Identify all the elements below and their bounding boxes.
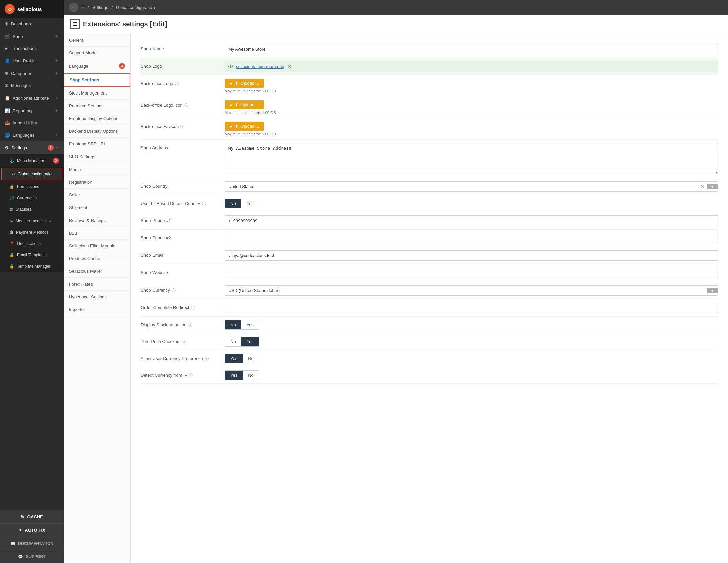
nav-b2b[interactable]: B2B (64, 227, 130, 240)
sidebar-label-messages: Messages (11, 83, 31, 88)
sidebar-label-categories: Categories (11, 71, 32, 76)
currency-caret-icon[interactable]: ▼ (707, 288, 718, 293)
shop-email-input[interactable] (225, 250, 718, 261)
sidebar-item-import-utility[interactable]: 📥 Import Utility (0, 117, 64, 129)
sidebar-label-reporting: Reporting (13, 108, 32, 113)
sidebar-item-settings[interactable]: ⚙ Settings 1 － (0, 141, 64, 154)
languages-icon: 🌐 (5, 133, 10, 138)
allow-currency-yes-button[interactable]: Yes (225, 354, 243, 363)
shop-website-input[interactable] (225, 268, 718, 278)
shop-phone2-input[interactable] (225, 233, 718, 243)
country-caret-icon[interactable]: ▼ (707, 184, 718, 189)
breadcrumb-settings[interactable]: Settings (92, 5, 108, 10)
sidebar-item-payment-methods[interactable]: 🏛 Payment Methods (0, 227, 64, 238)
back-office-logo-upload-button[interactable]: ★ ⬆ Upload ... (225, 79, 264, 88)
detect-currency-label: Detect Currency from IP ⓘ (141, 370, 218, 378)
allow-currency-no-button[interactable]: No (243, 354, 259, 363)
support-label: SUPPORT (26, 554, 45, 559)
nav-general[interactable]: General (64, 34, 130, 47)
display-stock-label: Display Stock on button ⓘ (141, 320, 218, 328)
display-stock-no-button[interactable]: No (225, 320, 241, 329)
home-icon: ⌂ (82, 5, 84, 10)
shop-logo-row: Shop Logo 👁 sellacious-logo-main.png ✕ (141, 58, 718, 75)
sidebar-item-menu-manager[interactable]: ⚓ Menu Manager 2 (0, 154, 64, 167)
shop-phone1-row: Shop Phone #1 (141, 212, 718, 230)
sidebar-item-email-templates[interactable]: 🔒 Email Templates (0, 249, 64, 261)
back-office-logo-icon-upload-button[interactable]: ★ ⬆ Upload ... (225, 100, 264, 109)
order-redirect-input[interactable] (225, 303, 718, 313)
sidebar-item-permissions[interactable]: 🔒 Permissions (0, 181, 64, 192)
sidebar-item-currencies[interactable]: 💱 Currencies (0, 192, 64, 204)
zero-price-no-button[interactable]: No (225, 337, 241, 346)
shop-name-label: Shop Name (141, 44, 218, 51)
nav-seller[interactable]: Seller (64, 189, 130, 201)
shop-phone1-input[interactable] (225, 215, 718, 226)
upload-label-3: Upload ... (241, 124, 259, 129)
main-content: ← ⌂ / Settings / Global configuration ☰ … (64, 0, 728, 563)
nav-sellacious-filter[interactable]: Sellacious Filter Module (64, 240, 130, 252)
nav-seo-settings[interactable]: SEO Settings (64, 150, 130, 163)
logo-remove-icon[interactable]: ✕ (287, 63, 291, 70)
sidebar-item-messages[interactable]: ✉ Messages (0, 80, 64, 91)
detect-currency-yes-button[interactable]: Yes (225, 371, 243, 380)
nav-shop-settings[interactable]: Shop Settings (64, 73, 130, 87)
sidebar-item-template-manager[interactable]: 🔒 Template Manager (0, 261, 64, 272)
logo-eye-icon[interactable]: 👁 (228, 64, 233, 70)
sidebar-item-additional-attribute[interactable]: 📋 Additional attribute ＋ (0, 91, 64, 104)
support-button[interactable]: 💬 SUPPORT (0, 550, 64, 563)
auto-fix-button[interactable]: ✦ AUTO FIX (0, 523, 64, 537)
detect-currency-no-button[interactable]: No (243, 371, 259, 380)
shop-country-select[interactable]: United States (225, 182, 697, 191)
nav-frontend-display[interactable]: Frontend Display Options (64, 112, 130, 125)
sidebar-item-reporting[interactable]: 📊 Reporting ＋ (0, 104, 64, 117)
sidebar-item-categories[interactable]: ⊞ Categories ＋ (0, 67, 64, 80)
dashboard-icon: ⊞ (5, 21, 8, 26)
nav-support-mode[interactable]: Support Mode (64, 47, 130, 59)
sidebar-item-dashboard[interactable]: ⊞ Dashboard (0, 18, 64, 30)
nav-products-cache[interactable]: Products Cache (64, 252, 130, 265)
display-stock-info-icon: ⓘ (188, 322, 192, 328)
country-clear-button[interactable]: ✕ (697, 183, 707, 190)
nav-forex-rates[interactable]: Forex Rates (64, 278, 130, 291)
payment-methods-icon: 🏛 (9, 230, 13, 235)
back-button[interactable]: ← (69, 3, 78, 12)
shop-currency-select[interactable]: USD (United States dollar) (225, 286, 707, 295)
user-ip-yes-button[interactable]: Yes (241, 199, 259, 208)
sidebar-item-measurement-units[interactable]: ⚖ Measurement Units (0, 215, 64, 227)
nav-premium-settings[interactable]: Premium Settings (64, 100, 130, 112)
sidebar-item-shop[interactable]: 🛒 Shop ＋ (0, 30, 64, 43)
nav-frontend-sef[interactable]: Frontend SEF URL (64, 138, 130, 150)
nav-language[interactable]: Language 3 (64, 59, 130, 73)
cache-button[interactable]: ↻ CACHE (0, 510, 64, 523)
nav-hyperlocal-settings[interactable]: Hyperlocal Settings (64, 291, 130, 303)
allow-currency-row: Allow User Currency Preference ⓘ Yes No (141, 350, 718, 367)
order-redirect-row: Order Complete Redirect ⓘ (141, 299, 718, 317)
logo-filename[interactable]: sellacious-logo-main.png (236, 64, 284, 69)
sidebar-item-geolocations[interactable]: 📍 Geolocations (0, 238, 64, 249)
user-ip-no-button[interactable]: No (225, 199, 241, 208)
nav-importer[interactable]: Importer (64, 303, 130, 316)
upload-star-icon: ★ (229, 81, 233, 86)
sidebar-item-user-profile[interactable]: 👤 User Profile ＋ (0, 54, 64, 67)
nav-backend-display[interactable]: Backend Display Options (64, 125, 130, 138)
sidebar-item-global-configuration[interactable]: ⚙ Global configuration (1, 168, 62, 180)
nav-media[interactable]: Media (64, 163, 130, 176)
sidebar-item-transactions[interactable]: 🏛 Transactions (0, 43, 64, 54)
nav-stock-management[interactable]: Stock Management (64, 87, 130, 100)
nav-shipment[interactable]: Shipment (64, 201, 130, 214)
nav-registration[interactable]: Registration (64, 176, 130, 189)
favicon-upload-button[interactable]: ★ ⬆ Upload ... (225, 122, 264, 131)
logo-text: sellacious (17, 6, 42, 12)
sidebar-item-statuses[interactable]: ⚖ Statuses (0, 204, 64, 215)
user-ip-field: No Yes (225, 199, 718, 208)
sidebar-item-languages[interactable]: 🌐 Languages ＋ (0, 129, 64, 141)
documentation-button[interactable]: 📖 DOCUMENTATION (0, 537, 64, 550)
nav-reviews-ratings[interactable]: Reviews & Ratings (64, 214, 130, 227)
shop-address-input[interactable]: My Awesome Store Address (225, 143, 718, 173)
zero-price-yes-button[interactable]: Yes (241, 337, 259, 346)
nav-sellacious-mailer[interactable]: Sellacious Mailer (64, 265, 130, 278)
display-stock-yes-button[interactable]: Yes (241, 320, 259, 329)
shop-website-row: Shop Website (141, 264, 718, 282)
back-office-logo-row: Back-office Logo ⓘ ★ ⬆ Upload ... Maximu… (141, 75, 718, 97)
shop-name-input[interactable] (225, 44, 718, 54)
